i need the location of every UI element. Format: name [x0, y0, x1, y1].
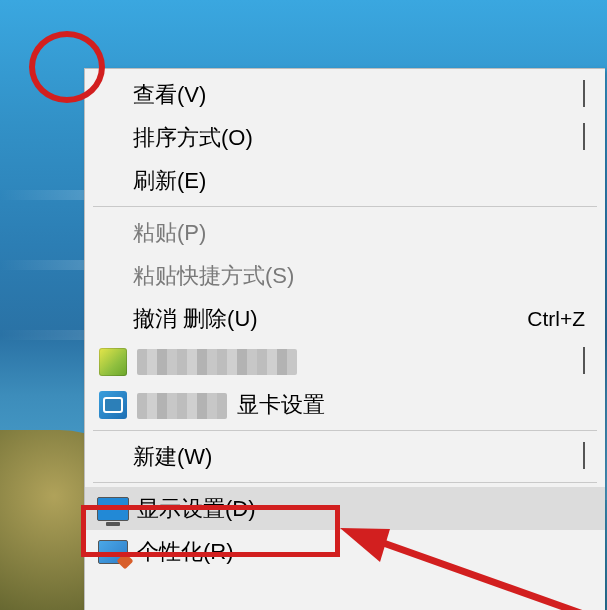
vendor-icon	[89, 391, 137, 419]
menu-item-display-settings[interactable]: 显示设置(D)	[85, 487, 605, 530]
menu-label: 粘贴(P)	[133, 218, 585, 248]
chevron-right-icon	[583, 349, 585, 375]
menu-item-new[interactable]: 新建(W)	[85, 435, 605, 478]
menu-label: 个性化(R)	[137, 537, 585, 567]
menu-item-sort[interactable]: 排序方式(O)	[85, 116, 605, 159]
menu-item-paste-shortcut: 粘贴快捷方式(S)	[85, 254, 605, 297]
personalize-icon	[89, 540, 137, 564]
menu-label-blurred	[137, 348, 571, 375]
menu-label: 显示设置(D)	[137, 494, 585, 524]
menu-item-view[interactable]: 查看(V)	[85, 73, 605, 116]
menu-label-blurred: 显卡设置	[137, 390, 585, 420]
menu-label: 粘贴快捷方式(S)	[133, 261, 585, 291]
menu-separator	[93, 206, 597, 207]
menu-label: 撤消 删除(U)	[133, 304, 507, 334]
chevron-right-icon	[583, 125, 585, 151]
menu-label: 查看(V)	[133, 80, 571, 110]
desktop-context-menu: 查看(V) 排序方式(O) 刷新(E) 粘贴(P) 粘贴快捷方式(S) 撤消 删…	[84, 68, 605, 610]
menu-label: 刷新(E)	[133, 166, 585, 196]
vendor-icon	[89, 348, 137, 376]
chevron-right-icon	[583, 82, 585, 108]
menu-item-vendor-1[interactable]	[85, 340, 605, 383]
annotation-circle	[29, 31, 105, 103]
menu-label: 排序方式(O)	[133, 123, 571, 153]
menu-separator	[93, 482, 597, 483]
menu-item-personalize[interactable]: 个性化(R)	[85, 530, 605, 573]
menu-label: 新建(W)	[133, 442, 571, 472]
menu-item-undo-delete[interactable]: 撤消 删除(U) Ctrl+Z	[85, 297, 605, 340]
menu-item-vendor-2[interactable]: 显卡设置	[85, 383, 605, 426]
menu-item-paste: 粘贴(P)	[85, 211, 605, 254]
menu-shortcut: Ctrl+Z	[527, 307, 585, 331]
menu-separator	[93, 430, 597, 431]
menu-item-refresh[interactable]: 刷新(E)	[85, 159, 605, 202]
monitor-icon	[89, 497, 137, 521]
chevron-right-icon	[583, 444, 585, 470]
menu-label-suffix: 显卡设置	[237, 392, 325, 417]
